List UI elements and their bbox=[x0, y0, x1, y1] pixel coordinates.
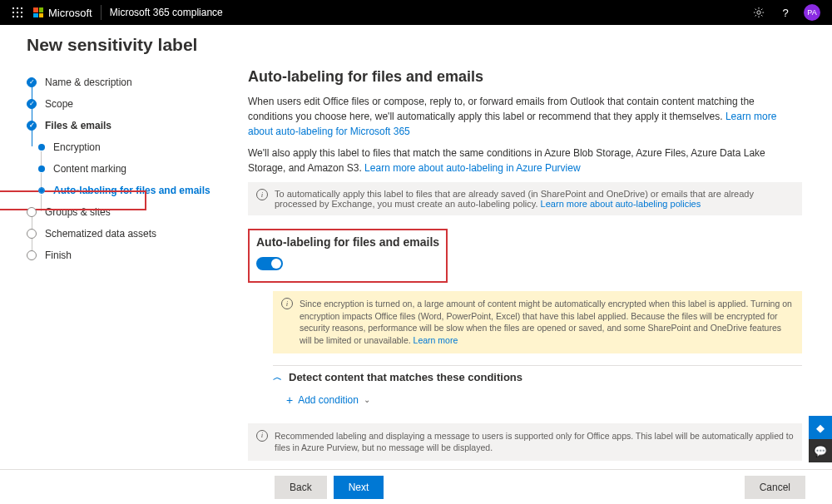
learn-more-encryption-link[interactable]: Learn more bbox=[414, 335, 458, 345]
plus-icon: + bbox=[286, 393, 293, 407]
description-paragraph-1: When users edit Office files or compose,… bbox=[248, 94, 802, 139]
wizard-step-encryption[interactable]: Encryption bbox=[27, 136, 241, 158]
wizard-step-content-marking[interactable]: Content marking bbox=[27, 158, 241, 180]
wizard-step-files-emails[interactable]: ✓ Files & emails bbox=[27, 115, 241, 136]
info-icon: i bbox=[256, 189, 268, 200]
svg-rect-1 bbox=[17, 7, 18, 9]
help-icon[interactable]: ? bbox=[772, 0, 799, 25]
main-content: Auto-labeling for files and emails When … bbox=[241, 62, 832, 471]
svg-rect-7 bbox=[17, 16, 18, 17]
wizard-step-groups-sites[interactable]: Groups & sites bbox=[27, 201, 241, 223]
auto-labeling-toggle[interactable] bbox=[256, 257, 283, 270]
back-button[interactable]: Back bbox=[275, 476, 327, 499]
brand-text: Microsoft bbox=[48, 7, 92, 19]
wizard-step-auto-labeling[interactable]: Auto-labeling for files and emails bbox=[27, 180, 241, 201]
feedback-icon[interactable]: ◆ bbox=[809, 416, 832, 439]
svg-rect-2 bbox=[21, 7, 22, 9]
svg-rect-4 bbox=[17, 12, 18, 13]
recommended-labeling-info-banner: i Recommended labeling and displaying a … bbox=[248, 423, 802, 461]
svg-rect-6 bbox=[12, 16, 14, 17]
toggle-heading: Auto-labeling for files and emails bbox=[256, 235, 439, 249]
info-icon: i bbox=[256, 430, 268, 442]
product-title: Microsoft 365 compliance bbox=[110, 7, 223, 18]
cancel-button[interactable]: Cancel bbox=[745, 476, 805, 499]
microsoft-logo-icon bbox=[33, 7, 43, 17]
wizard-footer: Back Next Cancel bbox=[0, 469, 832, 504]
add-condition-button[interactable]: + Add condition ⌄ bbox=[273, 388, 802, 415]
wizard-step-finish[interactable]: Finish bbox=[27, 245, 241, 266]
wizard-step-schematized-assets[interactable]: Schematized data assets bbox=[27, 223, 241, 245]
wizard-step-scope[interactable]: ✓ Scope bbox=[27, 93, 241, 115]
chevron-down-icon: ⌄ bbox=[364, 395, 370, 404]
separator bbox=[101, 5, 102, 20]
svg-rect-5 bbox=[21, 12, 22, 13]
svg-rect-3 bbox=[12, 12, 14, 13]
svg-rect-8 bbox=[21, 16, 22, 17]
svg-rect-0 bbox=[12, 7, 14, 9]
global-top-bar: Microsoft Microsoft 365 compliance ? PA bbox=[0, 0, 832, 25]
chat-icon[interactable]: 💬 bbox=[809, 439, 832, 462]
settings-icon[interactable] bbox=[745, 0, 772, 25]
description-paragraph-2: We'll also apply this label to files tha… bbox=[248, 146, 802, 175]
auto-labeling-toggle-section: Auto-labeling for files and emails bbox=[248, 229, 802, 283]
microsoft-logo: Microsoft bbox=[33, 7, 92, 19]
wizard-steps-nav: ✓ Name & description ✓ Scope ✓ Files & e… bbox=[0, 62, 241, 471]
info-banner-autolabel-policy: i To automatically apply this label to f… bbox=[248, 182, 802, 215]
account-avatar[interactable]: PA bbox=[799, 0, 825, 25]
learn-more-policies-link[interactable]: Learn more about auto-labeling policies bbox=[541, 199, 701, 209]
detect-conditions-header[interactable]: ︿ Detect content that matches these cond… bbox=[273, 365, 802, 388]
encryption-warning-banner: i Since encryption is turned on, a large… bbox=[273, 291, 802, 353]
next-button[interactable]: Next bbox=[334, 476, 384, 499]
app-launcher-icon[interactable] bbox=[7, 0, 28, 25]
floating-action-buttons: ◆ 💬 bbox=[809, 416, 832, 462]
learn-more-purview-link[interactable]: Learn more about auto-labeling in Azure … bbox=[364, 162, 581, 174]
highlight-annotation: Auto-labeling for files and emails bbox=[248, 229, 448, 283]
chevron-up-icon: ︿ bbox=[273, 371, 282, 383]
page-title: New sensitivity label bbox=[0, 25, 832, 62]
info-icon: i bbox=[281, 298, 293, 309]
svg-point-9 bbox=[757, 11, 760, 14]
section-heading: Auto-labeling for files and emails bbox=[248, 68, 802, 86]
wizard-step-name-description[interactable]: ✓ Name & description bbox=[27, 72, 241, 93]
